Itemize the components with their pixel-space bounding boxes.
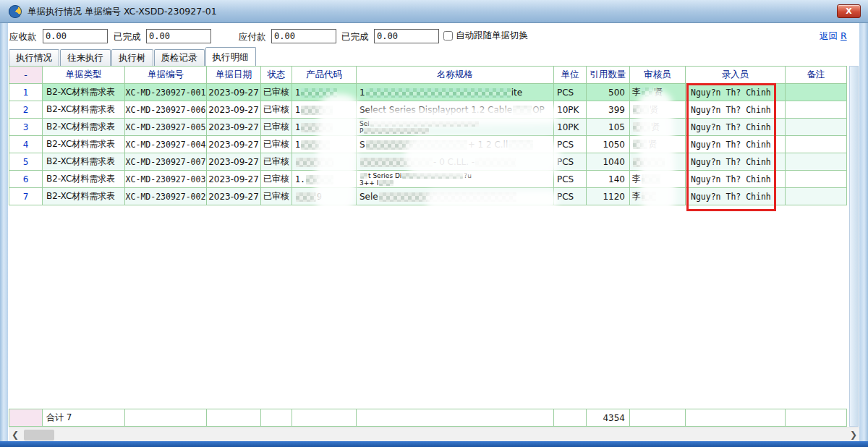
- cell-type: B2-XC材料需求表: [43, 136, 125, 153]
- column-header-type[interactable]: 单据类型: [43, 67, 125, 84]
- payable-done-input[interactable]: [374, 29, 439, 43]
- censor-mosaic: [301, 106, 333, 115]
- cell-type: B2-XC材料需求表: [43, 171, 125, 188]
- table-row[interactable]: 1B2-XC材料需求表XC-MD-230927-0012023-09-27已审核…: [9, 84, 847, 101]
- column-header-remark[interactable]: 备注: [786, 67, 847, 84]
- cell-doc_no: XC-MD-230927-005: [125, 119, 207, 136]
- cell-code: 9: [292, 188, 357, 205]
- cell-qty: 140: [587, 171, 630, 188]
- payable-input[interactable]: [271, 29, 336, 43]
- censor-mosaic: [475, 158, 516, 167]
- cell-type: B2-XC材料需求表: [43, 119, 125, 136]
- censor-mosaic: [509, 140, 533, 150]
- summary-qty-total: 4354: [587, 409, 630, 427]
- auto-follow-checkbox[interactable]: [443, 31, 453, 41]
- receivable-label: 应收款: [9, 31, 37, 43]
- column-header-status[interactable]: 状态: [261, 67, 292, 84]
- cell-doc_no: XC-MD-230927-007: [125, 153, 207, 171]
- cell-name: - 0 C.LL. -: [357, 153, 554, 171]
- horizontal-scrollbar[interactable]: ❮ ❯: [9, 427, 860, 442]
- summary-cell: [630, 409, 686, 427]
- censor-mosaic: [402, 173, 463, 179]
- scroll-right-icon[interactable]: ❯: [847, 428, 860, 442]
- cell-qty: 105: [587, 119, 630, 136]
- cell-doc_no: XC-MD-230927-001: [125, 84, 207, 101]
- cell-type: B2-XC材料需求表: [43, 84, 125, 101]
- table-row[interactable]: 4B2-XC材料需求表XC-MD-230927-0042023-09-27已审核…: [9, 136, 847, 153]
- cell-remark: [786, 119, 847, 136]
- cell-entry: Nguy?n Th? Chinh: [686, 171, 786, 188]
- scroll-left-icon[interactable]: ❮: [9, 428, 22, 442]
- column-header-code[interactable]: 产品代码: [292, 67, 357, 84]
- table-row[interactable]: 5B2-XC材料需求表XC-MD-230927-0072023-09-27已审核…: [9, 153, 847, 171]
- back-link[interactable]: 返回 R: [820, 30, 847, 43]
- cell-unit: PCS: [554, 171, 587, 188]
- tab-3[interactable]: 执行树: [111, 49, 153, 66]
- cell-remark: [786, 136, 847, 153]
- cell-entry: Nguy?n Th? Chinh: [686, 101, 786, 119]
- summary-cell: [686, 409, 786, 427]
- documents-table: -单据类型单据编号单据日期状态产品代码名称规格单位引用数量审核员录入员备注1B2…: [9, 66, 847, 205]
- censor-mosaic: [296, 158, 333, 167]
- column-header-entry[interactable]: 录入员: [686, 67, 786, 84]
- vertical-scrollbar[interactable]: [849, 66, 859, 427]
- window-border-bottom: [0, 441, 868, 447]
- cell-date: 2023-09-27: [207, 84, 261, 101]
- column-header-date[interactable]: 单据日期: [207, 67, 261, 84]
- cell-code: 1: [292, 84, 357, 101]
- cell-date: 2023-09-27: [207, 171, 261, 188]
- summary-cell: [292, 409, 357, 427]
- receivable-input[interactable]: [43, 29, 108, 43]
- cell-date: 2023-09-27: [207, 136, 261, 153]
- cell-remark: [786, 153, 847, 171]
- summary-cell: [125, 409, 207, 427]
- cell-unit: 10PK: [554, 101, 587, 119]
- censor-mosaic: [633, 158, 665, 167]
- cell-qty: 1050: [587, 136, 630, 153]
- tab-1[interactable]: 执行情况: [9, 49, 59, 66]
- cell-qty: 500: [587, 84, 630, 101]
- censor-mosaic: [642, 174, 660, 184]
- receivable-done-input[interactable]: [146, 29, 211, 43]
- cell-name: 1ite: [357, 84, 554, 101]
- horizontal-scroll-thumb[interactable]: [24, 430, 54, 440]
- cell-status: 已审核: [261, 153, 292, 171]
- cell-remark: [786, 84, 847, 101]
- window-icon: [9, 5, 22, 18]
- cell-doc_no: XC-MD-230927-002: [125, 188, 207, 205]
- cell-num: 5: [9, 153, 43, 171]
- tab-4[interactable]: 质检记录: [154, 49, 205, 66]
- table-row[interactable]: 3B2-XC材料需求表XC-MD-230927-0052023-09-27已审核…: [9, 119, 847, 136]
- tab-2[interactable]: 往来执行: [60, 49, 111, 66]
- censor-mosaic: [642, 88, 653, 97]
- cell-type: B2-XC材料需求表: [43, 153, 125, 171]
- censor-mosaic: [633, 140, 647, 149]
- auto-follow-option[interactable]: 自动跟随单据切换: [443, 30, 528, 42]
- table-row[interactable]: 7B2-XC材料需求表XC-MD-230927-0022023-09-27已审核…: [9, 188, 847, 205]
- cell-unit: 10PK: [554, 119, 587, 136]
- table-row[interactable]: 6B2-XC材料需求表XC-MD-230927-0032023-09-27已审核…: [9, 171, 847, 188]
- cell-num: 2: [9, 101, 43, 119]
- column-header-num[interactable]: -: [9, 67, 43, 84]
- summary-cell: [207, 409, 261, 427]
- censor-mosaic: [513, 106, 532, 115]
- cell-status: 已审核: [261, 188, 292, 205]
- auto-follow-label: 自动跟随单据切换: [456, 30, 528, 42]
- column-header-unit[interactable]: 单位: [554, 67, 587, 84]
- payable-label: 应付款: [239, 31, 266, 43]
- column-header-auditor[interactable]: 审核员: [630, 67, 686, 84]
- censor-mosaic: [633, 105, 649, 114]
- cell-code: 1.: [292, 171, 357, 188]
- summary-cell: [554, 409, 587, 427]
- table-row[interactable]: 2B2-XC材料需求表XC-MD-230927-0062023-09-27已审核…: [9, 101, 847, 119]
- cell-auditor: [630, 153, 686, 171]
- cell-unit: PCS: [554, 153, 587, 171]
- tab-5[interactable]: 执行明细: [205, 47, 256, 66]
- column-header-name[interactable]: 名称规格: [357, 67, 554, 84]
- window-title: 单据执行情况 单据编号 XC-XSDD-230927-01: [27, 6, 217, 18]
- column-header-doc_no[interactable]: 单据编号: [125, 67, 207, 84]
- close-button[interactable]: X: [837, 4, 861, 18]
- cell-auditor: 贤: [630, 101, 686, 119]
- column-header-qty[interactable]: 引用数量: [587, 67, 630, 84]
- cell-entry: Nguy?n Th? Chinh: [686, 188, 786, 205]
